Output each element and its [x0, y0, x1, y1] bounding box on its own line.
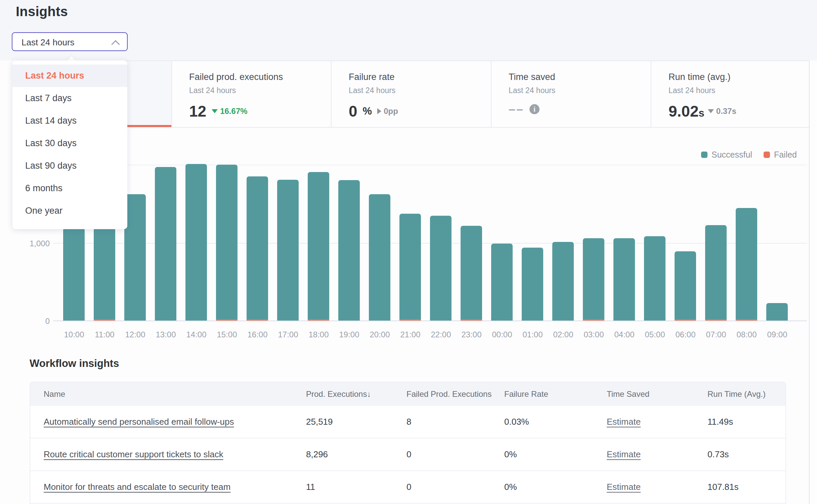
- y-axis-tick: 0: [13, 317, 50, 326]
- stat-card-delta: 0pp: [377, 107, 398, 116]
- time-range-select[interactable]: Last 24 hours: [12, 32, 128, 51]
- bar-failed-segment: [308, 319, 329, 321]
- estimate-link[interactable]: Estimate: [607, 482, 641, 492]
- failed-swatch-icon: [764, 152, 770, 158]
- stat-card-title: Time saved: [509, 72, 555, 82]
- workflow-name-link[interactable]: Monitor for threats and escalate to secu…: [44, 482, 230, 492]
- bar-failed-segment: [705, 319, 727, 321]
- column-header-failure-rate[interactable]: Failure Rate: [504, 382, 548, 406]
- column-header-name[interactable]: Name: [44, 382, 65, 406]
- stat-card-period: Last 24 hours: [509, 86, 555, 95]
- stat-card-delta: 0.37s: [708, 107, 736, 116]
- bar-04:00: [613, 238, 635, 321]
- stat-card-time-saved[interactable]: Time saved Last 24 hours –– i: [491, 61, 651, 127]
- x-axis-label: 12:00: [120, 330, 150, 339]
- bar-failed-segment: [94, 319, 115, 321]
- bar-20:00: [369, 194, 390, 321]
- menu-item-last-7-days[interactable]: Last 7 days: [12, 87, 127, 110]
- stat-card-unit: %: [363, 105, 372, 117]
- estimate-link[interactable]: Estimate: [607, 417, 641, 427]
- bar-failed-segment: [461, 319, 482, 321]
- chart-legend: Successful Failed: [701, 150, 797, 160]
- stat-card-unit: s: [699, 107, 704, 119]
- menu-item-last-14-days[interactable]: Last 14 days: [12, 110, 127, 132]
- bar-02:00: [552, 242, 574, 321]
- x-axis-label: 21:00: [395, 330, 426, 339]
- bar-17:00: [277, 180, 299, 321]
- stat-card-title: Run time (avg.): [669, 72, 731, 82]
- x-axis-label: 05:00: [640, 330, 670, 339]
- x-axis-label: 02:00: [548, 330, 578, 339]
- x-axis-label: 17:00: [273, 330, 303, 339]
- table-row: Automatically send personalised email fo…: [30, 406, 785, 438]
- stat-card-value: 12: [189, 102, 206, 120]
- x-axis-label: 11:00: [89, 330, 120, 339]
- bar-failed-segment: [675, 319, 696, 321]
- x-axis-label: 00:00: [487, 330, 517, 339]
- bar-07:00: [705, 225, 727, 321]
- stat-cards-row: Failed prod. executions Last 24 hours 12…: [30, 60, 810, 128]
- x-axis-line: [53, 321, 807, 321]
- estimate-link[interactable]: Estimate: [607, 449, 641, 459]
- bar-22:00: [430, 216, 452, 321]
- bar-12:00: [124, 194, 146, 321]
- legend-item-failed[interactable]: Failed: [764, 150, 797, 160]
- bar-13:00: [155, 167, 176, 321]
- bar-01:00: [522, 248, 543, 321]
- workflow-insights-heading: Workflow insights: [30, 358, 119, 370]
- column-header-prod-executions[interactable]: Prod. Executions↓: [306, 382, 371, 406]
- info-icon[interactable]: i: [529, 104, 540, 114]
- chevron-up-icon: [111, 40, 120, 48]
- failed-prod-executions-value: 0: [406, 449, 411, 459]
- triangle-down-icon: [708, 109, 714, 113]
- triangle-right-icon: [377, 108, 381, 114]
- run-time-value: 11.49s: [707, 417, 733, 427]
- header-strip: [0, 0, 817, 60]
- bar-failed-segment: [399, 319, 421, 321]
- bar-18:00: [308, 172, 329, 321]
- legend-item-successful[interactable]: Successful: [701, 150, 752, 160]
- triangle-down-icon: [212, 109, 218, 113]
- stat-card-empty-value: ––: [509, 102, 524, 116]
- column-header-run-time-avg-[interactable]: Run Time (Avg.): [707, 382, 766, 406]
- stat-card-run-time[interactable]: Run time (avg.) Last 24 hours 9.02 s 0.3…: [651, 61, 810, 127]
- bar-16:00: [247, 176, 268, 321]
- bar-failed-segment: [583, 319, 604, 321]
- bar-09:00: [766, 303, 788, 321]
- failure-rate-value: 0%: [504, 449, 517, 459]
- run-time-value: 0.73s: [707, 449, 729, 459]
- stat-card-period: Last 24 hours: [669, 86, 715, 95]
- stat-card-value: 0: [349, 102, 357, 120]
- menu-item-6-months[interactable]: 6 months: [12, 177, 127, 200]
- x-axis-label: 04:00: [609, 330, 640, 339]
- bar-03:00: [583, 238, 604, 321]
- workflow-name-link[interactable]: Route critical customer support tickets …: [44, 449, 223, 459]
- stat-card-title: Failure rate: [349, 72, 395, 82]
- x-axis-label: 16:00: [242, 330, 273, 339]
- x-axis-label: 13:00: [150, 330, 181, 339]
- sort-descending-icon: ↓: [367, 389, 371, 398]
- stat-card-title: Failed prod. executions: [189, 72, 283, 82]
- failure-rate-value: 0%: [504, 482, 517, 492]
- x-axis-label: 03:00: [578, 330, 609, 339]
- x-axis-label: 09:00: [762, 330, 792, 339]
- table-header-row: NameProd. Executions↓Failed Prod. Execut…: [30, 382, 785, 406]
- prod-executions-value: 25,519: [306, 417, 333, 427]
- menu-item-one-year[interactable]: One year: [12, 200, 127, 222]
- menu-item-last-24-hours[interactable]: Last 24 hours: [12, 65, 127, 87]
- bar-10:00: [63, 228, 85, 321]
- bar-05:00: [644, 236, 665, 321]
- time-range-dropdown-menu: Last 24 hoursLast 7 daysLast 14 daysLast…: [12, 60, 127, 229]
- x-axis-label: 08:00: [731, 330, 762, 339]
- menu-item-last-30-days[interactable]: Last 30 days: [12, 132, 127, 155]
- menu-item-last-90-days[interactable]: Last 90 days: [12, 155, 127, 177]
- x-axis-label: 20:00: [364, 330, 395, 339]
- column-header-failed-prod-executions[interactable]: Failed Prod. Executions: [406, 382, 491, 406]
- workflow-name-link[interactable]: Automatically send personalised email fo…: [44, 417, 234, 427]
- stat-card-failed-executions[interactable]: Failed prod. executions Last 24 hours 12…: [172, 61, 331, 127]
- stat-card-failure-rate[interactable]: Failure rate Last 24 hours 0 % 0pp: [332, 61, 491, 127]
- failed-prod-executions-value: 0: [406, 482, 411, 492]
- bar-failed-segment: [216, 319, 238, 321]
- column-header-time-saved[interactable]: Time Saved: [607, 382, 649, 406]
- scrollbar-track-line: [809, 60, 810, 504]
